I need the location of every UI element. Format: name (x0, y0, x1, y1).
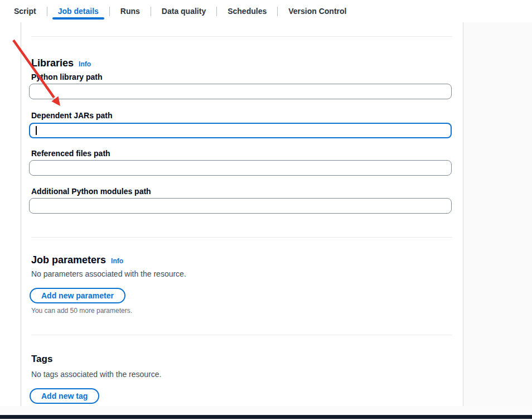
tab-job-details[interactable]: Job details (58, 0, 99, 22)
tags-empty-text: No tags associated with the resource. (31, 369, 161, 379)
tab-separator (277, 7, 278, 16)
page-background (463, 22, 532, 406)
tab-data-quality[interactable]: Data quality (162, 0, 206, 22)
footer-bar (0, 415, 532, 419)
text-cursor (36, 126, 37, 135)
add-new-tag-button[interactable]: Add new tag (30, 388, 99, 404)
tab-version-control[interactable]: Version Control (288, 0, 346, 22)
section-divider (31, 36, 452, 37)
job-parameters-heading-row: Job parameters Info (31, 254, 123, 266)
tab-label: Script (14, 7, 36, 16)
tab-separator (216, 7, 217, 16)
tab-separator (47, 7, 47, 16)
dependent-jars-path-input[interactable] (29, 123, 452, 138)
tab-label: Version Control (288, 7, 346, 16)
libraries-heading: Libraries (31, 57, 74, 69)
referenced-files-path-input[interactable] (29, 160, 452, 176)
tab-label: Data quality (162, 7, 206, 16)
tags-heading: Tags (31, 353, 52, 365)
tab-label: Schedules (228, 7, 267, 16)
libraries-heading-row: Libraries Info (31, 57, 91, 69)
tab-runs[interactable]: Runs (120, 0, 140, 22)
job-parameters-info-link[interactable]: Info (111, 257, 123, 265)
job-parameters-empty-text: No parameters associated with the resour… (31, 269, 186, 279)
tab-separator (151, 7, 151, 16)
tab-separator (109, 7, 110, 16)
job-parameters-heading: Job parameters (31, 254, 106, 266)
tab-bar: Script Job details Runs Data quality Sch… (0, 0, 532, 22)
tab-label: Runs (120, 7, 140, 16)
referenced-files-path-label: Referenced files path (31, 149, 110, 158)
dependent-jars-path-label: Dependent JARs path (31, 111, 112, 120)
job-details-panel: Libraries Info Python library path Depen… (21, 22, 463, 406)
additional-python-modules-path-input[interactable] (29, 198, 452, 214)
section-divider (31, 237, 452, 238)
python-library-path-label: Python library path (31, 73, 103, 81)
tab-schedules[interactable]: Schedules (228, 0, 267, 22)
additional-python-modules-path-label: Additional Python modules path (31, 187, 151, 196)
libraries-info-link[interactable]: Info (79, 60, 91, 68)
section-divider (31, 335, 452, 335)
job-parameters-helper-text: You can add 50 more parameters. (31, 307, 132, 315)
python-library-path-input[interactable] (29, 84, 452, 99)
add-new-parameter-button[interactable]: Add new parameter (30, 288, 125, 303)
tags-heading-row: Tags (31, 353, 52, 365)
tab-label: Job details (58, 7, 99, 16)
tab-script[interactable]: Script (14, 0, 36, 22)
